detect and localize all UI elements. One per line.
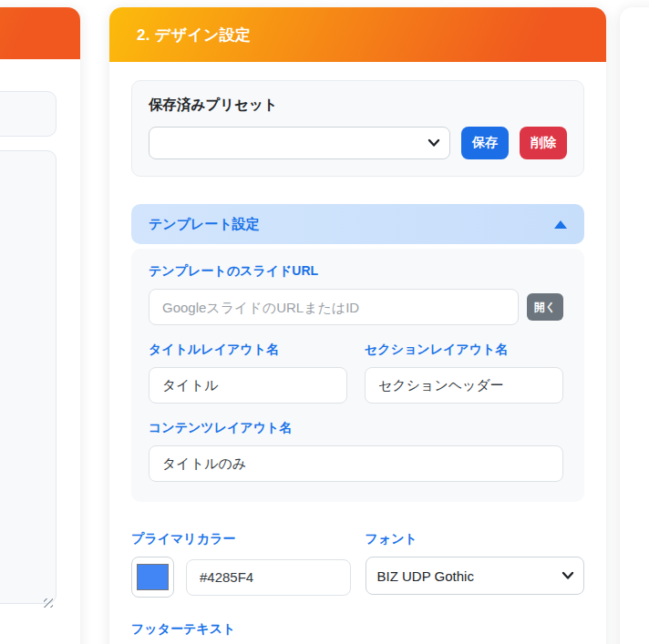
template-settings-accordion: テンプレート設定 テンプレートのスライドURL 開く タイトルレイアウト名 bbox=[131, 204, 584, 502]
save-button[interactable]: 保存 bbox=[461, 127, 509, 159]
title-layout-col: タイトルレイアウト名 bbox=[149, 325, 347, 404]
design-panel-body: 保存済みプリセット 保存 削除 テ bbox=[109, 62, 606, 638]
font-select-wrap: BIZ UDP Gothic bbox=[366, 557, 585, 595]
section-layout-label: セクションレイアウト名 bbox=[365, 342, 563, 358]
page: 2. デザイン設定 保存済みプリセット 保存 削除 bbox=[0, 0, 649, 644]
section-layout-col: セクションレイアウト名 bbox=[365, 325, 563, 404]
preset-select-wrap bbox=[149, 127, 450, 159]
primary-color-label: プライマリカラー bbox=[131, 531, 351, 547]
font-col: フォント BIZ UDP Gothic bbox=[366, 529, 585, 598]
font-label: フォント bbox=[366, 531, 585, 547]
left-panel-input[interactable] bbox=[0, 91, 57, 137]
content-layout-label: コンテンツレイアウト名 bbox=[149, 420, 563, 436]
design-panel-header: 2. デザイン設定 bbox=[109, 7, 606, 62]
section-layout-input[interactable] bbox=[365, 367, 563, 404]
open-slide-button[interactable]: 開く bbox=[527, 293, 563, 321]
font-select[interactable]: BIZ UDP Gothic bbox=[366, 557, 585, 595]
slide-url-label: テンプレートのスライドURL bbox=[149, 263, 563, 280]
preset-select[interactable] bbox=[149, 127, 450, 159]
primary-color-col: プライマリカラー bbox=[131, 529, 351, 598]
slide-url-row: 開く bbox=[149, 289, 563, 325]
template-settings-title: テンプレート設定 bbox=[149, 216, 260, 233]
primary-color-swatch[interactable] bbox=[131, 557, 174, 598]
saved-presets-label: 保存済みプリセット bbox=[149, 96, 567, 115]
content-layout-input[interactable] bbox=[149, 445, 563, 482]
triangle-up-icon bbox=[554, 220, 567, 229]
primary-color-controls bbox=[131, 557, 351, 598]
left-panel bbox=[0, 7, 80, 644]
saved-presets-row: 保存 削除 bbox=[149, 127, 567, 159]
template-settings-header[interactable]: テンプレート設定 bbox=[131, 204, 584, 244]
title-layout-label: タイトルレイアウト名 bbox=[149, 342, 347, 358]
next-panel-sliver bbox=[620, 7, 649, 644]
color-font-row: プライマリカラー フォント BIZ UDP Gothic bbox=[131, 529, 584, 598]
design-settings-panel: 2. デザイン設定 保存済みプリセット 保存 削除 bbox=[109, 7, 606, 644]
layout-names-row: タイトルレイアウト名 セクションレイアウト名 bbox=[149, 325, 563, 404]
slide-url-input[interactable] bbox=[149, 289, 519, 325]
left-panel-header bbox=[0, 7, 80, 59]
template-settings-body: テンプレートのスライドURL 開く タイトルレイアウト名 セクションレイアウト名 bbox=[131, 249, 584, 502]
delete-button[interactable]: 削除 bbox=[520, 127, 567, 159]
primary-color-hex-input[interactable] bbox=[186, 559, 351, 596]
saved-presets-card: 保存済みプリセット 保存 削除 bbox=[131, 80, 584, 177]
left-panel-textarea[interactable] bbox=[0, 150, 57, 604]
footer-text-label: フッターテキスト bbox=[131, 621, 584, 638]
page-title: 2. デザイン設定 bbox=[109, 25, 251, 46]
title-layout-input[interactable] bbox=[149, 367, 347, 404]
